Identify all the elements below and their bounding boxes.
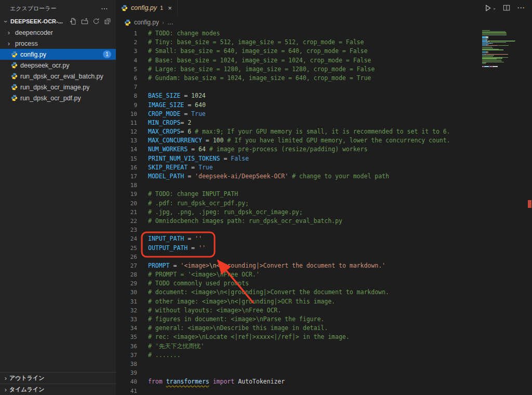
line-content: # Omnidocbench images path: run_dpsk_ocr… <box>148 217 342 226</box>
chevron-right-icon: › <box>5 40 12 47</box>
explorer-more-actions-button[interactable]: ⋯ <box>101 4 109 12</box>
code-line[interactable]: 41 <box>116 387 532 395</box>
breadcrumb-file[interactable]: config.py <box>134 19 159 26</box>
breadcrumb-more[interactable]: … <box>167 19 174 26</box>
sidebar-item-process[interactable]: ›process <box>0 38 116 49</box>
line-number: 9 <box>116 101 148 110</box>
line-number: 41 <box>116 387 148 395</box>
tab-config-py[interactable]: config.py 1 × <box>116 0 178 16</box>
code-line[interactable]: 10CROP_MODE = True <box>116 110 532 118</box>
code-line[interactable]: 20# .pdf: run_dpsk_ocr_pdf.py; <box>116 199 532 208</box>
code-line[interactable]: 27PROMPT = '<image>\n<|grounding|>Conver… <box>116 261 532 270</box>
code-line[interactable]: 8BASE_SIZE = 1024 <box>116 91 532 100</box>
line-number: 33 <box>116 315 148 324</box>
python-file-icon <box>11 73 18 80</box>
sidebar-section--[interactable]: ›アウトライン <box>0 372 116 384</box>
code-line[interactable]: 17MODEL_PATH = 'deepseek-ai/DeepSeek-OCR… <box>116 172 532 181</box>
code-editor[interactable]: 1# TODO: change modes2# Tiny: base_size … <box>116 29 532 395</box>
refresh-icon[interactable] <box>92 17 100 25</box>
code-line[interactable]: 26 <box>116 253 532 261</box>
workspace-header[interactable]: › DEEPSEEK-OCR-... <box>0 16 116 27</box>
code-line[interactable]: 13MAX_CONCURRENCY = 100 # If you have li… <box>116 136 532 145</box>
code-line[interactable]: 7 <box>116 83 532 91</box>
code-line[interactable]: 4# Base: base_size = 1024, image_size = … <box>116 56 532 65</box>
line-number: 6 <box>116 74 148 83</box>
code-line[interactable]: 15PRINT_NUM_VIS_TOKENS = False <box>116 154 532 163</box>
code-line[interactable]: 38 <box>116 360 532 368</box>
line-number: 3 <box>116 47 148 56</box>
code-line[interactable]: 35# rec: <image>\nLocate <|ref|>xxxx<|/r… <box>116 333 532 341</box>
code-line[interactable]: 32# without layouts: <image>\nFree OCR. <box>116 306 532 315</box>
code-line[interactable]: 29# TODO commonly used prompts <box>116 279 532 288</box>
line-number: 34 <box>116 324 148 333</box>
code-line[interactable]: 36# '先天下之忧而忧' <box>116 342 532 351</box>
line-number: 23 <box>116 226 148 234</box>
code-line[interactable]: 40from transformers import AutoTokenizer <box>116 377 532 386</box>
sidebar-item-deepseek-ocr-py[interactable]: deepseek_ocr.py <box>0 60 116 71</box>
new-file-icon[interactable] <box>69 17 77 25</box>
code-line[interactable]: 30# document: <image>\n<|grounding|>Conv… <box>116 288 532 297</box>
code-line[interactable]: 23 <box>116 226 532 234</box>
explorer-sidebar: エクスプローラー ⋯ › DEEPSEEK-OCR-... › <box>0 0 116 395</box>
code-line[interactable]: 1# TODO: change modes <box>116 29 532 38</box>
line-number: 11 <box>116 118 148 127</box>
explorer-toolbar <box>69 17 116 25</box>
tab-bar: config.py 1 × ⌄ ⋯ <box>116 0 532 16</box>
code-line[interactable]: 37# ....... <box>116 351 532 360</box>
line-content: OUTPUT_PATH = '' <box>148 244 206 253</box>
more-actions-icon[interactable]: ⋯ <box>517 3 525 12</box>
code-line[interactable]: 24INPUT_PATH = '' <box>116 234 532 243</box>
line-content: # ....... <box>148 351 180 360</box>
new-folder-icon[interactable] <box>81 17 89 25</box>
code-line[interactable]: 12MAX_CROPS= 6 # max:9; If your GPU memo… <box>116 127 532 136</box>
line-content: SKIP_REPEAT = True <box>148 163 213 172</box>
sidebar-item-run-dpsk-ocr-eval-batch-py[interactable]: run_dpsk_ocr_eval_batch.py <box>0 71 116 82</box>
code-line[interactable]: 39 <box>116 368 532 377</box>
line-content: # other image: <image>\n<|grounding|>OCR… <box>148 297 335 306</box>
line-content: PROMPT = '<image>\n<|grounding|>Convert … <box>148 261 385 270</box>
line-number: 18 <box>116 181 148 190</box>
close-tab-icon[interactable]: × <box>168 4 172 12</box>
code-line[interactable]: 2# Tiny: base_size = 512, image_size = 5… <box>116 38 532 47</box>
code-line[interactable]: 14NUM_WORKERS = 64 # image pre-process (… <box>116 145 532 154</box>
line-content: # Large: base_size = 1280, image_size = … <box>148 65 375 74</box>
code-line[interactable]: 22# Omnidocbench images path: run_dpsk_o… <box>116 217 532 226</box>
run-button[interactable]: ⌄ <box>484 4 496 12</box>
sidebar-item-deepencoder[interactable]: ›deepencoder <box>0 27 116 38</box>
line-content: MODEL_PATH = 'deepseek-ai/DeepSeek-OCR' … <box>148 172 389 181</box>
sidebar-item-run-dpsk-ocr-image-py[interactable]: run_dpsk_ocr_image.py <box>0 82 116 93</box>
line-number: 4 <box>116 56 148 65</box>
code-line[interactable]: 19# TODO: change INPUT_PATH <box>116 190 532 199</box>
line-number: 30 <box>116 288 148 297</box>
collapse-folders-icon[interactable] <box>103 17 112 25</box>
code-line[interactable]: 21# .jpg, .png, .jpeg: run_dpsk_ocr_imag… <box>116 208 532 217</box>
line-number: 37 <box>116 351 148 360</box>
workspace-name: DEEPSEEK-OCR-... <box>10 18 63 24</box>
code-line[interactable]: 34# general: <image>\nDescribe this imag… <box>116 324 532 333</box>
code-line[interactable]: 16SKIP_REPEAT = True <box>116 163 532 172</box>
line-content: # .jpg, .png, .jpeg: run_dpsk_ocr_image.… <box>148 208 303 217</box>
python-file-icon <box>11 62 18 69</box>
sidebar-item-run-dpsk-ocr-pdf-py[interactable]: run_dpsk_ocr_pdf.py <box>0 93 116 103</box>
explorer-title: エクスプローラー <box>10 5 57 12</box>
line-number: 32 <box>116 306 148 315</box>
code-line[interactable]: 33# figures in document: <image>\nParse … <box>116 315 532 324</box>
code-line[interactable]: 18 <box>116 181 532 190</box>
code-line[interactable]: 11MIN_CROPS= 2 <box>116 118 532 127</box>
minimap[interactable] <box>482 30 525 68</box>
line-number: 25 <box>116 244 148 253</box>
code-line[interactable]: 6# Gundam: base_size = 1024, image_size … <box>116 74 532 83</box>
vscode-window: エクスプローラー ⋯ › DEEPSEEK-OCR-... › <box>0 0 532 395</box>
code-line[interactable]: 28# PROMPT = '<image>\nFree OCR.' <box>116 270 532 279</box>
code-line[interactable]: 25OUTPUT_PATH = '' <box>116 244 532 253</box>
split-editor-icon[interactable] <box>503 4 510 11</box>
code-line[interactable]: 9IMAGE_SIZE = 640 <box>116 101 532 110</box>
line-content: PRINT_NUM_VIS_TOKENS = False <box>148 154 249 163</box>
code-line[interactable]: 5# Large: base_size = 1280, image_size =… <box>116 65 532 74</box>
sidebar-item-config-py[interactable]: config.py1 <box>0 49 116 60</box>
code-line[interactable]: 3# Small: base_size = 640, image_size = … <box>116 47 532 56</box>
sidebar-section--[interactable]: ›タイムライン <box>0 384 116 395</box>
code-line[interactable]: 31# other image: <image>\n<|grounding|>O… <box>116 297 532 306</box>
line-number: 24 <box>116 234 148 243</box>
breadcrumb: config.py › … <box>116 16 532 29</box>
